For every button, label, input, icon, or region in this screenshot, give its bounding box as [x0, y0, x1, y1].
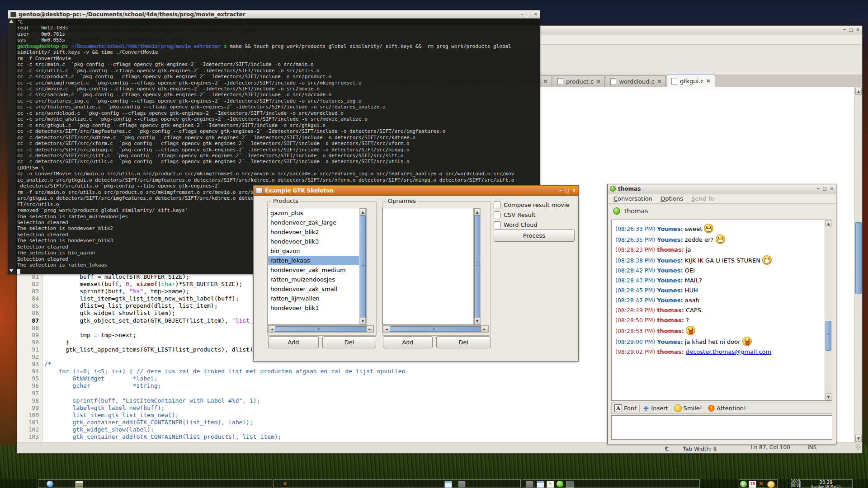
tab-gtkgui-c[interactable]: gtkgui.c✖ [667, 75, 715, 87]
menu-conversation[interactable]: Conversation [610, 194, 656, 203]
dialog-close-button[interactable]: ✕ [572, 188, 576, 193]
terminal-maximize-button[interactable]: □ [526, 12, 530, 17]
list-item-hondenvoer-zak-small[interactable]: hondenvoer_zak_small [268, 284, 359, 294]
menu-options[interactable]: Options [657, 194, 686, 203]
opnames-add-button[interactable]: Add [383, 336, 433, 348]
active-window-task-icon[interactable] [566, 481, 574, 488]
terminal-scrollbar[interactable] [8, 19, 15, 274]
opnames-del-button[interactable]: Del [436, 336, 491, 348]
scroll-down-icon[interactable]: ▼ [474, 317, 480, 324]
image-viewer-icon[interactable] [75, 481, 83, 488]
scroll-right-icon[interactable]: ► [481, 326, 488, 332]
terminal-task-icon[interactable] [444, 481, 452, 488]
opnames-hscroll-thumb[interactable] [390, 326, 481, 332]
process-button[interactable]: Process [494, 229, 575, 242]
editor-task-icon[interactable] [537, 481, 544, 488]
chat-close-button[interactable]: ✕ [830, 187, 834, 191]
terminal-minimize-button[interactable]: – [521, 12, 523, 17]
gedit-scroll-thumb[interactable] [855, 222, 862, 294]
scroll-up-icon[interactable]: ▲ [474, 208, 480, 216]
message-log[interactable]: (08:26:33 PM) Younes: sweet (08:26:35 PM… [611, 220, 832, 401]
products-del-button[interactable]: Del [322, 336, 376, 348]
products-add-button[interactable]: Add [268, 336, 319, 348]
tab-close-icon[interactable]: ✖ [596, 79, 600, 84]
message-sender: Younes: [657, 338, 683, 345]
list-item-hondevoer-blik3[interactable]: hondevoer_blik3 [268, 237, 359, 246]
update-check-icon[interactable]: ✓ [740, 481, 747, 487]
products-list[interactable]: gazon_plushondenvoer_zak_largehondevoer_… [268, 208, 360, 325]
chat-titlebar[interactable]: thomas – □ ✕ [608, 184, 836, 193]
list-item-hondevoer-blik1[interactable]: hondevoer_blik1 [268, 303, 359, 313]
resize-grip[interactable] [856, 444, 861, 450]
folder-task-icon[interactable] [526, 481, 533, 488]
chat-tool-font[interactable]: AFont [614, 404, 637, 412]
calendar-icon[interactable]: 18 [749, 481, 756, 488]
scroll-up-icon[interactable]: ▲ [855, 88, 862, 95]
checkbox-box[interactable] [494, 202, 500, 208]
gedit-scrollbar[interactable]: ▲ ▼ [854, 87, 862, 442]
tab-wordcloud-c[interactable]: wordcloud.c✖ [606, 75, 666, 87]
opnames-vscrollbar[interactable]: ▲ ▼ [473, 208, 481, 325]
dialog-titlebar[interactable]: Example GTK Skeleton – □ ✕ [254, 186, 578, 196]
checkbox-box[interactable] [494, 211, 500, 218]
scroll-left-icon[interactable]: ◄ [383, 326, 390, 332]
chat-tray-icon[interactable]: ✕CHAT [758, 481, 764, 487]
notes-task-icon[interactable]: ✎ [547, 481, 554, 488]
dialog-minimize-button[interactable]: – [559, 188, 561, 193]
chat-tool-attention[interactable]: !Attention! [708, 405, 746, 412]
checkbox-compose-result-movie[interactable]: Compose result movie [494, 200, 570, 209]
products-hscroll-thumb[interactable] [275, 326, 367, 332]
scroll-left-icon[interactable]: ◄ [268, 326, 275, 332]
terminal-close-button[interactable]: ✕ [534, 12, 538, 17]
tab-close-icon[interactable]: ✖ [543, 79, 547, 84]
terminal-scroll-up-icon[interactable] [9, 19, 14, 23]
scroll-up-icon[interactable]: ▲ [826, 220, 831, 227]
list-item-hondenvoer-zak-large[interactable]: hondenvoer_zak_large [268, 218, 359, 227]
scroll-down-icon[interactable]: ▼ [855, 435, 862, 442]
checkbox-box[interactable] [494, 221, 500, 228]
list-item-bio-gazon[interactable]: bio_gazon [268, 246, 359, 256]
products-vscrollbar[interactable]: ▲ ▼ [359, 208, 367, 325]
chat-x-icon[interactable]: ✕CHAT [282, 481, 288, 487]
chat-scrollbar[interactable]: ▲ ▼ [825, 220, 832, 400]
list-item-ratten-lokaas[interactable]: ratten_lokaas [268, 256, 359, 265]
list-item-gazon-plus[interactable]: gazon_plus [268, 208, 359, 218]
opnames-list[interactable] [382, 208, 474, 325]
gedit-maximize-button[interactable]: □ [849, 28, 853, 32]
clock-tray-icon[interactable] [767, 481, 775, 488]
tab-close-icon[interactable]: ✖ [657, 79, 661, 84]
terminal-titlebar[interactable]: gentoo@desktop-pc:~/Documents/school/4de… [8, 10, 540, 19]
browser-orb-icon[interactable] [47, 481, 53, 487]
chat-tool-insert[interactable]: ✚Insert [642, 405, 668, 412]
taskbar-clock[interactable]: 20:29 Sunday 18 March [799, 479, 853, 488]
tab-close-icon[interactable]: ✖ [706, 78, 710, 84]
chat-tool-smile[interactable]: Smile! [674, 404, 702, 412]
scroll-down-icon[interactable]: ▼ [360, 317, 366, 324]
list-item-hondevoer-blik2[interactable]: hondevoer_blik2 [268, 227, 359, 237]
chat-input[interactable] [611, 415, 832, 440]
list-item-hondenvoer-zak-medium[interactable]: hondenvoer_zak_medium [268, 265, 359, 275]
chat-scroll-thumb[interactable] [826, 321, 831, 351]
tab-product-c[interactable]: product.c✖ [553, 75, 605, 87]
pidgin-task-icon[interactable] [557, 481, 563, 487]
scroll-up-icon[interactable]: ▲ [360, 208, 366, 216]
chat-maximize-button[interactable]: □ [822, 187, 826, 191]
terminal-line: LDOPTS= \ [17, 165, 538, 171]
list-item-ratten-muizendoosjes[interactable]: ratten_muizendoosjes [268, 275, 359, 284]
list-item-ratten-lijmvallen[interactable]: ratten_lijmvallen [268, 294, 359, 303]
gedit-minimize-button[interactable]: – [843, 28, 845, 32]
terminal-scroll-down-icon[interactable] [9, 269, 14, 272]
dialog-maximize-button[interactable]: □ [565, 188, 569, 193]
opnames-vscroll-thumb[interactable] [474, 215, 480, 318]
opnames-hscrollbar[interactable]: ◄ ► [382, 325, 489, 333]
email-link[interactable]: decoster.thomas@gmail.com [686, 348, 771, 355]
gedit-close-button[interactable]: ✕ [856, 28, 860, 32]
products-hscrollbar[interactable]: ◄ ► [268, 325, 374, 333]
checkbox-word-cloud[interactable]: Word Cloud [494, 220, 538, 229]
chat-minimize-button[interactable]: – [817, 187, 819, 191]
scroll-right-icon[interactable]: ► [366, 326, 373, 332]
products-vscroll-thumb[interactable] [360, 215, 366, 318]
checkbox-csv-result[interactable]: CSV Result [494, 210, 536, 219]
folder-task-icon[interactable] [458, 481, 466, 488]
scroll-down-icon[interactable]: ▼ [826, 393, 831, 400]
